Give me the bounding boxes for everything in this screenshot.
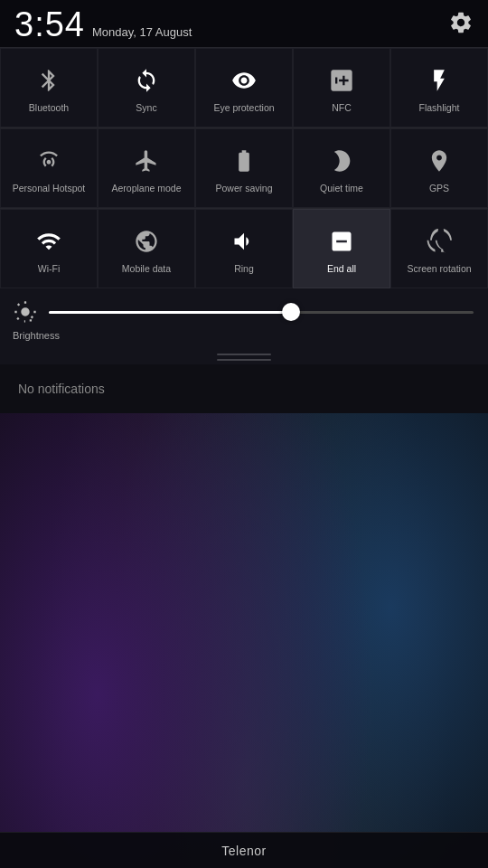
tile-end-all[interactable]: End all	[293, 209, 390, 288]
divider-line-1	[217, 354, 271, 355]
brightness-icon	[13, 299, 38, 325]
brightness-row	[0, 288, 488, 328]
tile-sync[interactable]: Sync	[98, 48, 195, 127]
battery-icon	[228, 145, 260, 177]
tile-eye-protection[interactable]: Eye protection	[195, 48, 293, 127]
tile-gps[interactable]: GPS	[390, 128, 488, 208]
carrier-name: Telenor	[221, 844, 266, 858]
notifications-area: No notifications	[0, 364, 488, 413]
aeroplane-icon	[130, 145, 163, 177]
brightness-track	[49, 311, 474, 314]
settings-button[interactable]	[448, 10, 474, 39]
tile-endall-label: End all	[327, 263, 356, 275]
globe-icon	[130, 225, 163, 258]
status-bar: 3:54 Monday, 17 August	[0, 0, 488, 47]
tile-mobile-data[interactable]: Mobile data	[98, 209, 195, 288]
notification-panel: 3:54 Monday, 17 August Bluetooth Sync	[0, 0, 488, 413]
tile-aeroplane-mode[interactable]: Aeroplane mode	[98, 128, 195, 208]
no-notifications-text: No notifications	[18, 382, 105, 396]
tile-aeroplane-label: Aeroplane mode	[111, 183, 181, 194]
sync-icon	[130, 64, 163, 97]
quick-tiles-row2: Personal Hotspot Aeroplane mode Power sa…	[0, 127, 488, 208]
divider	[0, 348, 488, 364]
tile-hotspot-label: Personal Hotspot	[13, 183, 86, 194]
quick-tiles-row1: Bluetooth Sync Eye protection NFC Flashl	[0, 47, 488, 127]
tile-ring[interactable]: Ring	[195, 209, 293, 288]
tile-quiet-time[interactable]: Quiet time	[293, 128, 390, 208]
tile-flashlight[interactable]: Flashlight	[390, 48, 488, 127]
tile-ring-label: Ring	[234, 263, 254, 275]
date: Monday, 17 August	[92, 25, 192, 39]
brightness-fill	[49, 311, 291, 314]
tile-screen-rotation[interactable]: Screen rotation	[390, 209, 488, 288]
bluetooth-icon	[33, 64, 65, 97]
tile-gps-label: GPS	[429, 183, 449, 194]
wifi-icon	[33, 225, 65, 258]
flashlight-icon	[423, 64, 455, 97]
tile-wifi-label: Wi-Fi	[38, 263, 61, 275]
brightness-slider[interactable]	[49, 301, 474, 323]
time-block: 3:54 Monday, 17 August	[14, 7, 192, 42]
tile-power-label: Power saving	[215, 183, 272, 194]
clock: 3:54	[14, 7, 85, 42]
endall-icon	[325, 225, 358, 258]
tile-personal-hotspot[interactable]: Personal Hotspot	[0, 128, 98, 208]
brightness-thumb	[282, 303, 300, 321]
tile-nfc[interactable]: NFC	[293, 48, 390, 127]
tile-flashlight-label: Flashlight	[419, 102, 460, 114]
carrier-bar: Telenor	[0, 832, 488, 868]
svg-point-0	[24, 311, 26, 313]
tile-bluetooth[interactable]: Bluetooth	[0, 48, 98, 127]
ring-icon	[228, 225, 260, 258]
divider-line-2	[217, 359, 271, 361]
nfc-icon	[325, 64, 358, 97]
tile-sync-label: Sync	[136, 102, 156, 114]
tile-nfc-label: NFC	[332, 102, 352, 114]
tile-bluetooth-label: Bluetooth	[29, 102, 69, 114]
tile-mobile-label: Mobile data	[122, 263, 171, 275]
tile-wifi[interactable]: Wi-Fi	[0, 209, 98, 288]
brightness-label: Brightness	[0, 328, 488, 348]
tile-eye-label: Eye protection	[213, 102, 274, 114]
gps-icon	[423, 145, 455, 177]
eye-icon	[228, 64, 260, 97]
tile-power-saving[interactable]: Power saving	[195, 128, 293, 208]
hotspot-icon	[33, 145, 65, 177]
moon-icon	[325, 145, 358, 177]
rotation-icon	[423, 225, 455, 258]
tile-quiet-label: Quiet time	[320, 183, 363, 194]
tile-rotation-label: Screen rotation	[407, 263, 471, 275]
quick-tiles-row3: Wi-Fi Mobile data Ring End all Screen ro	[0, 208, 488, 288]
